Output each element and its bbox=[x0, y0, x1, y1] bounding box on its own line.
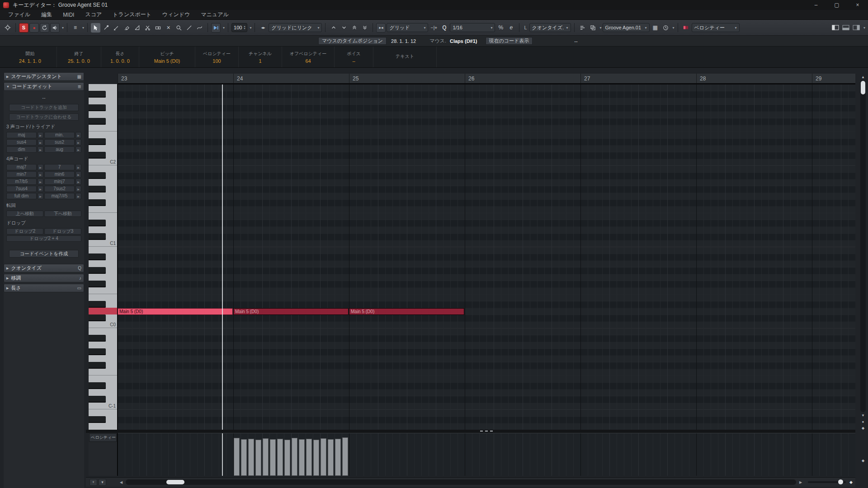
info-field-0[interactable]: 開始24. 1. 1. 0 bbox=[4, 47, 57, 67]
piano-key-A#1[interactable] bbox=[89, 172, 117, 179]
vscroll-track[interactable] bbox=[860, 80, 866, 412]
chord-button-min6-arrow-icon[interactable]: ▶ bbox=[75, 171, 81, 178]
piano-key-C-1[interactable]: C-1 bbox=[89, 403, 117, 409]
mouse-time-position-button[interactable]: マウスのタイムポジション bbox=[318, 37, 387, 45]
piano-key-C1[interactable]: C1 bbox=[89, 240, 117, 247]
section-transpose[interactable]: ▶ 移調 ♪ bbox=[4, 274, 84, 282]
vscroll-thumb[interactable] bbox=[861, 81, 865, 94]
zoom-preset-icon[interactable]: ◆ bbox=[849, 480, 853, 484]
mute-tool[interactable]: × bbox=[164, 23, 173, 33]
velocity-lane-header[interactable]: ベロシティー bbox=[89, 433, 118, 476]
piano-key-A#-1[interactable] bbox=[89, 335, 117, 342]
piano-key-G#1[interactable] bbox=[89, 186, 117, 192]
nudge-caret-icon[interactable]: ▾ bbox=[250, 26, 251, 30]
trim-tool[interactable] bbox=[132, 23, 142, 33]
hscroll-track[interactable] bbox=[126, 479, 796, 485]
piano-key-F2[interactable] bbox=[89, 125, 117, 131]
velocity-bar[interactable] bbox=[284, 440, 290, 476]
menu-item-3[interactable]: スコア bbox=[80, 11, 107, 19]
piano-key-E0[interactable] bbox=[89, 294, 117, 301]
chord-button-minj7[interactable]: minj7 bbox=[44, 178, 75, 185]
line-tool[interactable] bbox=[184, 23, 194, 33]
velocity-bar[interactable] bbox=[255, 440, 261, 476]
info-field-2[interactable]: 長さ1. 0. 0. 0 bbox=[101, 47, 139, 67]
info-field-5[interactable]: チャンネル1 bbox=[239, 47, 282, 67]
quantize-panel-button[interactable]: e bbox=[506, 23, 516, 33]
lane-display-icon[interactable]: ≡ bbox=[71, 23, 80, 33]
piano-key-D#-1[interactable] bbox=[89, 382, 117, 389]
chord-button-min.-arrow-icon[interactable]: ▶ bbox=[75, 132, 81, 138]
piano-key-G#2[interactable] bbox=[89, 104, 117, 111]
velocity-bar[interactable] bbox=[299, 439, 305, 476]
section-chord-edit[interactable]: ▼ コードエディット ≣ bbox=[4, 82, 84, 91]
chord-button-7sus2-arrow-icon[interactable]: ▶ bbox=[75, 186, 81, 192]
midi-note[interactable]: Main 5 (D0) bbox=[118, 308, 233, 315]
chord-button-min6[interactable]: min6 bbox=[44, 171, 75, 178]
zoom-tool[interactable] bbox=[174, 23, 184, 33]
close-button[interactable]: × bbox=[847, 0, 868, 10]
info-field-1[interactable]: 終了25. 1. 0. 0 bbox=[57, 47, 101, 67]
piano-keyboard[interactable]: C2C1C0C-1 bbox=[89, 84, 118, 430]
piano-key-D#0[interactable] bbox=[89, 301, 117, 308]
chord-button-min.[interactable]: min. bbox=[44, 132, 75, 138]
chord-button-min7[interactable]: min7 bbox=[6, 171, 37, 178]
lane-divider-handle-icon[interactable] bbox=[480, 431, 493, 432]
chord-button-full dim[interactable]: full dim bbox=[6, 193, 37, 199]
piano-key-B2[interactable] bbox=[89, 84, 117, 91]
chord-button-aug[interactable]: aug bbox=[44, 146, 75, 153]
piano-key-A2[interactable] bbox=[89, 98, 117, 104]
piano-key-B-1[interactable] bbox=[89, 328, 117, 335]
chord-button-7sus4[interactable]: 7sus4 bbox=[6, 186, 37, 192]
time-warp-tool[interactable] bbox=[195, 23, 204, 33]
move-down-button[interactable] bbox=[339, 23, 349, 33]
velocity-bar[interactable] bbox=[270, 439, 276, 476]
autoscroll-caret-icon[interactable]: ▾ bbox=[223, 26, 225, 30]
note-grid[interactable]: Main 5 (D0)Main 5 (D0)Main 5 (D0) bbox=[118, 84, 855, 430]
glue-tool[interactable] bbox=[153, 23, 163, 33]
menu-item-1[interactable]: 編集 bbox=[36, 11, 57, 19]
nudge-amount-field[interactable]: 100 ▴ ▾ bbox=[231, 23, 247, 32]
horizontal-zoom-knob[interactable] bbox=[838, 479, 843, 484]
info-field-3[interactable]: ピッチMain 5 (D0) bbox=[139, 47, 195, 67]
inversion-button-下へ移動[interactable]: 下へ移動 bbox=[44, 211, 81, 217]
chord-button-minj7-arrow-icon[interactable]: ▶ bbox=[75, 178, 81, 185]
velocity-bar[interactable] bbox=[277, 439, 283, 476]
menu-item-2[interactable]: MIDI bbox=[57, 12, 80, 18]
chord-button-m7/b5-arrow-icon[interactable]: ▶ bbox=[38, 178, 43, 185]
piano-key-F1[interactable] bbox=[89, 206, 117, 213]
chord-button-7[interactable]: 7 bbox=[44, 164, 75, 170]
info-field-4[interactable]: ベロシティー100 bbox=[195, 47, 239, 67]
scroll-left-icon[interactable]: ◀ bbox=[118, 479, 125, 486]
chord-button-m7/b5[interactable]: m7/b5 bbox=[6, 178, 37, 185]
piano-key-A-2[interactable] bbox=[89, 423, 117, 430]
velocity-zoom-preset-icon[interactable]: ◆ bbox=[859, 457, 867, 464]
piano-key-D#1[interactable] bbox=[89, 220, 117, 226]
grid-type-dropdown[interactable]: グリッド ▾ bbox=[387, 23, 428, 32]
piano-key-E2[interactable] bbox=[89, 131, 117, 138]
object-selection-tool[interactable] bbox=[91, 23, 100, 33]
piano-key-C#2[interactable] bbox=[89, 152, 117, 159]
piano-key-C#0[interactable] bbox=[89, 314, 117, 321]
solo-editor-button[interactable]: S bbox=[19, 23, 28, 33]
toolbar-setup-icon[interactable] bbox=[3, 23, 12, 33]
color-tool-icon[interactable]: ▦ bbox=[651, 23, 660, 33]
chord-button-7sus4-arrow-icon[interactable]: ▶ bbox=[38, 186, 43, 192]
piano-key-C2[interactable]: C2 bbox=[89, 159, 117, 165]
menu-item-5[interactable]: ウィンドウ bbox=[157, 11, 195, 19]
drop-2-4-button[interactable]: ドロップ2 + 4 bbox=[6, 235, 81, 242]
zone-setup-caret-icon[interactable]: ▾ bbox=[863, 26, 865, 30]
chord-button-7sus2[interactable]: 7sus2 bbox=[44, 186, 75, 192]
menu-item-4[interactable]: トランスポート bbox=[107, 11, 157, 19]
move-up-button[interactable] bbox=[329, 23, 338, 33]
draw-tool[interactable] bbox=[112, 23, 121, 33]
piano-key-G#0[interactable] bbox=[89, 267, 117, 274]
piano-key-D0[interactable] bbox=[89, 308, 117, 314]
grid-plus-minus-icon[interactable]: −|+ bbox=[429, 23, 439, 33]
timeline-ruler[interactable]: 23242526272829 bbox=[118, 74, 855, 84]
grid-link-dropdown[interactable]: グリッドにリンク ▾ bbox=[269, 23, 322, 32]
record-in-editor-button[interactable]: ● bbox=[29, 23, 39, 33]
chord-button-maj7/#5[interactable]: maj7/#5 bbox=[44, 193, 75, 199]
part-edit-caret-icon[interactable]: ▾ bbox=[600, 26, 602, 30]
acoustic-feedback-icon[interactable] bbox=[50, 23, 60, 33]
piano-key-D2[interactable] bbox=[89, 145, 117, 152]
